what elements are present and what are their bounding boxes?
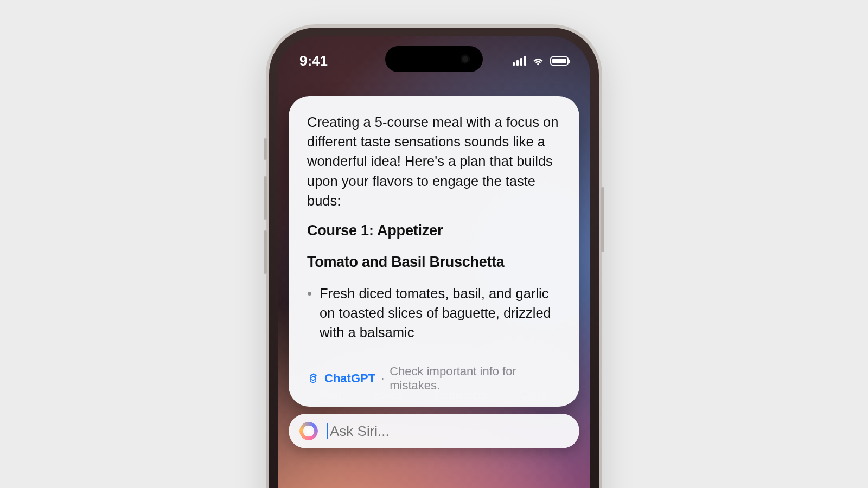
siri-input-bar[interactable] xyxy=(289,414,579,448)
siri-orb-icon xyxy=(299,422,318,440)
side-button xyxy=(601,187,604,252)
siri-response-card[interactable]: Creating a 5-course meal with a focus on… xyxy=(289,96,579,407)
response-attribution: ChatGPT · Check important info for mista… xyxy=(289,352,579,407)
battery-icon xyxy=(550,56,569,66)
response-course-heading: Course 1: Appetizer xyxy=(307,220,561,241)
separator: · xyxy=(381,371,384,386)
cellular-signal-icon xyxy=(513,56,526,66)
mute-switch xyxy=(264,138,267,160)
iphone-frame: 9:41 Mail Notes Reminders xyxy=(266,24,602,488)
openai-logo-icon xyxy=(307,373,319,384)
phone-screen: 9:41 Mail Notes Reminders xyxy=(278,36,590,488)
response-bullet-text: Fresh diced tomates, basil, and garlic o… xyxy=(320,284,561,343)
siri-text-input[interactable] xyxy=(330,423,569,440)
text-cursor xyxy=(327,423,328,439)
response-source-name[interactable]: ChatGPT xyxy=(324,371,375,386)
response-intro: Creating a 5-course meal with a focus on… xyxy=(307,112,561,210)
wifi-icon xyxy=(532,56,545,66)
response-body: Creating a 5-course meal with a focus on… xyxy=(289,96,579,352)
bullet-icon: • xyxy=(307,284,312,343)
status-bar: 9:41 xyxy=(278,48,590,73)
volume-up-button xyxy=(264,176,267,220)
response-dish-heading: Tomato and Basil Bruschetta xyxy=(307,252,561,272)
status-time: 9:41 xyxy=(299,53,328,69)
response-bullet: • Fresh diced tomates, basil, and garlic… xyxy=(307,284,561,343)
volume-down-button xyxy=(264,230,267,274)
response-disclaimer: Check important info for mistakes. xyxy=(390,364,561,393)
